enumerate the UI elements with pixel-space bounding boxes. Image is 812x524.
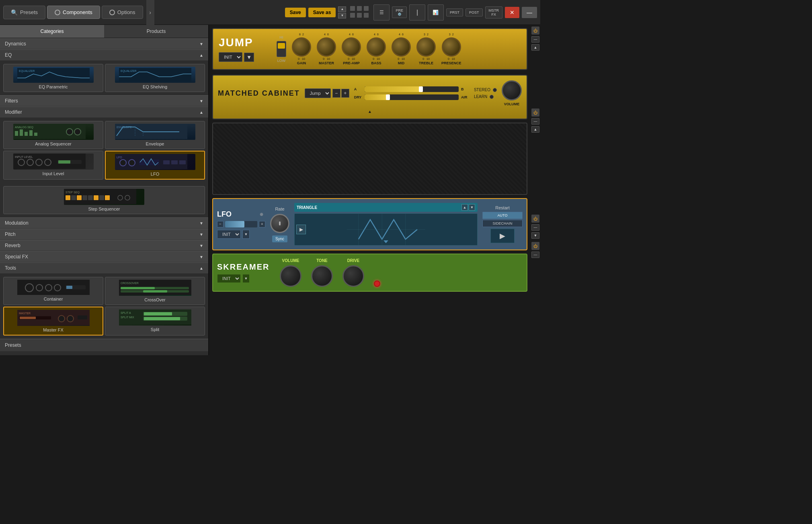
lfo-preset-select[interactable]: INIT bbox=[217, 230, 241, 239]
minus-button-skreamer[interactable]: — bbox=[531, 252, 539, 258]
power-button-cabinet[interactable]: ⏻ bbox=[531, 108, 539, 117]
skreamer-volume-knob[interactable] bbox=[280, 265, 301, 287]
minimize-button[interactable]: — bbox=[522, 7, 537, 18]
minus-button-jump[interactable]: — bbox=[531, 36, 539, 43]
save-button[interactable]: Save bbox=[285, 8, 306, 17]
restart-modes: AUTO SIDECHAIN bbox=[482, 212, 523, 227]
tab-components[interactable]: Components bbox=[47, 6, 100, 19]
pre-button[interactable]: PRE ⚙️ bbox=[392, 6, 407, 18]
cabinet-plus-button[interactable]: + bbox=[341, 89, 349, 98]
skreamer-tone-knob[interactable] bbox=[311, 265, 333, 287]
waveform-name: TRIANGLE bbox=[297, 205, 317, 210]
skreamer-drive-knob[interactable] bbox=[342, 265, 364, 287]
ab-slider-track[interactable] bbox=[365, 86, 459, 92]
rate-knob[interactable] bbox=[270, 214, 289, 233]
cabinet-collapse-arrow[interactable]: ▲ bbox=[218, 109, 522, 114]
presence-label: PRESENCE bbox=[441, 61, 461, 65]
waveform-up-button[interactable]: ▲ bbox=[461, 204, 468, 211]
mstr-fx-button[interactable]: MSTR FX bbox=[485, 6, 503, 18]
cabinet-preset-select[interactable]: Jump bbox=[305, 88, 331, 98]
section-modulation[interactable]: Modulation ▼ bbox=[0, 217, 208, 229]
stereo-led[interactable] bbox=[493, 88, 497, 92]
lfo-slider-row: − + bbox=[217, 221, 265, 227]
sync-button[interactable]: Sync bbox=[272, 235, 287, 242]
lfo-slider[interactable] bbox=[225, 221, 257, 227]
preamp-knob[interactable] bbox=[342, 37, 361, 57]
treble-knob[interactable] bbox=[416, 37, 436, 57]
minus-button-cabinet[interactable]: — bbox=[531, 118, 539, 125]
item-envelope[interactable]: ENVELOPE Envelope bbox=[105, 121, 205, 149]
item-eq-parametric[interactable]: EQUALIZER EQ Parametric bbox=[3, 64, 103, 92]
power-button-jump[interactable]: ⏻ bbox=[531, 27, 539, 35]
scroll-up-cabinet[interactable]: ▲ bbox=[531, 126, 539, 133]
tab-presets[interactable]: 🔍 Presets bbox=[3, 6, 45, 19]
post-button[interactable]: POST bbox=[465, 8, 483, 16]
dry-air-slider-track[interactable] bbox=[365, 94, 459, 100]
lfo-move-icon[interactable]: ⊕ bbox=[257, 210, 265, 218]
lfo-preset-arrow[interactable]: ▼ bbox=[242, 230, 250, 239]
item-container[interactable]: Container bbox=[3, 277, 103, 305]
item-master-fx[interactable]: MASTER Master FX bbox=[3, 307, 103, 336]
item-eq-shelving[interactable]: EQUALIZER EQ Shelving bbox=[105, 64, 205, 92]
restart-play-display[interactable]: ▶ bbox=[490, 229, 515, 243]
bass-knob[interactable] bbox=[367, 37, 386, 57]
section-filters[interactable]: Filters ▼ bbox=[0, 95, 208, 106]
scroll-up-button[interactable]: ▲ bbox=[531, 44, 539, 51]
skreamer-preset-arrow[interactable]: ▼ bbox=[242, 274, 250, 283]
tab-categories[interactable]: Categories bbox=[0, 25, 104, 38]
jump-preset-arrow[interactable]: ▼ bbox=[244, 53, 254, 62]
skreamer-led[interactable] bbox=[374, 280, 380, 287]
item-split[interactable]: SPLIT A SPLIT MIX Split bbox=[105, 307, 205, 336]
lfo-restart-section: Restart AUTO SIDECHAIN ▶ bbox=[482, 205, 523, 243]
section-reverb[interactable]: Reverb ▼ bbox=[0, 240, 208, 251]
cabinet-minus-button[interactable]: − bbox=[332, 89, 340, 98]
waveform-svg bbox=[295, 214, 477, 245]
restart-auto-button[interactable]: AUTO bbox=[482, 212, 523, 219]
presence-knob[interactable] bbox=[442, 37, 461, 57]
lfo-plus-button[interactable]: + bbox=[259, 221, 265, 227]
section-eq[interactable]: EQ ▲ bbox=[0, 49, 208, 61]
item-input-level[interactable]: INPUT LEVEL Input Level bbox=[3, 151, 103, 180]
item-step-sequencer[interactable]: STEP SEQ bbox=[3, 186, 205, 214]
section-special-fx[interactable]: Special FX ▼ bbox=[0, 251, 208, 262]
cabinet-buttons: − + bbox=[332, 89, 349, 98]
nav-down-button[interactable]: ▼ bbox=[338, 13, 346, 18]
learn-led[interactable] bbox=[490, 95, 494, 99]
minus2-button-lfo[interactable]: ▼ bbox=[531, 232, 539, 239]
section-modifier[interactable]: Modifier ▲ bbox=[0, 106, 208, 118]
graph-icon-button[interactable]: 📊 bbox=[428, 4, 444, 20]
presets-footer[interactable]: Presets bbox=[0, 339, 208, 351]
item-crossover[interactable]: CROSSOVER CrossOver bbox=[105, 277, 205, 305]
restart-sidechain-button[interactable]: SIDECHAIN bbox=[482, 220, 523, 227]
stereo-row: STEREO bbox=[474, 88, 497, 92]
skreamer-preset-select[interactable]: INIT bbox=[217, 274, 241, 283]
mid-knob[interactable] bbox=[392, 37, 411, 57]
tab-products[interactable]: Products bbox=[104, 25, 208, 38]
hi-low-toggle[interactable] bbox=[277, 41, 286, 57]
rate-knob-indicator bbox=[279, 221, 281, 225]
item-analog-sequencer[interactable]: ANALOG SEQ Analog Sequencer bbox=[3, 121, 103, 149]
save-as-button[interactable]: Save as bbox=[308, 8, 336, 17]
list-view-button[interactable]: ☰ bbox=[373, 4, 390, 20]
tuner-icon-button[interactable]: | bbox=[409, 4, 425, 20]
power-button-skreamer[interactable]: ⏻ bbox=[531, 242, 539, 250]
prst-button[interactable]: PRST bbox=[446, 8, 463, 16]
lfo-minus-button[interactable]: − bbox=[217, 221, 224, 227]
waveform-down-button[interactable]: ▼ bbox=[469, 204, 475, 211]
section-tools[interactable]: Tools ▲ bbox=[0, 262, 208, 274]
volume-knob[interactable] bbox=[502, 80, 522, 100]
volume-label: VOLUME bbox=[504, 102, 520, 106]
power-button-lfo[interactable]: ⏻ bbox=[531, 215, 539, 223]
collapse-panel-button[interactable]: › bbox=[146, 0, 154, 25]
tab-options[interactable]: Options bbox=[102, 6, 143, 19]
close-button[interactable]: ✕ bbox=[505, 7, 519, 18]
jump-preset-select[interactable]: INIT bbox=[219, 52, 242, 62]
item-lfo[interactable]: LFO LFO bbox=[105, 151, 205, 180]
gain-knob[interactable] bbox=[292, 37, 311, 57]
nav-up-button[interactable]: ▲ bbox=[338, 6, 346, 12]
section-pitch[interactable]: Pitch ▼ bbox=[0, 229, 208, 240]
waveform-play-button[interactable]: ▶ bbox=[296, 225, 306, 234]
section-dynamics[interactable]: Dynamics ▼ bbox=[0, 38, 208, 49]
master-knob[interactable] bbox=[317, 37, 336, 57]
minus-button-lfo[interactable]: — bbox=[531, 224, 539, 231]
